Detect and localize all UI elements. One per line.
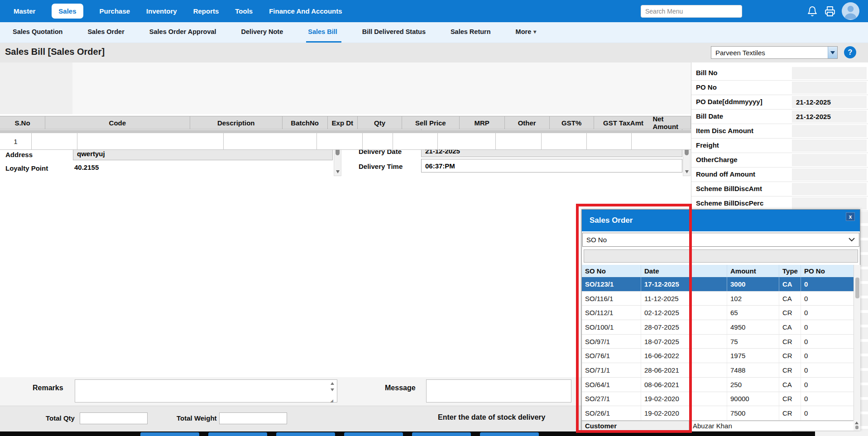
tab-item[interactable]: Sales Return bbox=[449, 22, 495, 43]
scroll-down-icon bbox=[685, 170, 689, 173]
column-header: S.No bbox=[0, 116, 45, 129]
tab-item[interactable]: Sales Order bbox=[86, 22, 128, 43]
menu-item[interactable]: Tools bbox=[235, 7, 253, 15]
so-table-row[interactable]: SO/112/1 02-12-2025 65 CR 0 bbox=[582, 306, 854, 320]
so-table-row[interactable]: SO/116/1 11-12-2025 102 CA 0 bbox=[582, 292, 854, 306]
user-avatar-icon[interactable] bbox=[842, 2, 859, 20]
scroll-thumb bbox=[855, 426, 858, 429]
bell-icon[interactable] bbox=[807, 6, 818, 17]
column-header: Date bbox=[641, 265, 727, 277]
so-search-input[interactable] bbox=[584, 249, 858, 263]
help-button[interactable]: ? bbox=[844, 46, 856, 58]
summary-label: Freight bbox=[696, 141, 719, 149]
so-table-row[interactable]: SO/27/1 19-02-2020 90000 CR 0 bbox=[582, 392, 854, 407]
so-table-row[interactable]: SO/123/1 17-12-2025 3000 CA 0 bbox=[582, 277, 854, 292]
expdt-cell[interactable] bbox=[317, 133, 363, 150]
action-button[interactable] bbox=[276, 432, 335, 436]
customer-filter-row: Customer Abuzar Khan bbox=[582, 421, 854, 431]
column-header: Type bbox=[779, 265, 801, 277]
summary-value[interactable] bbox=[792, 154, 867, 166]
total-qty-field[interactable] bbox=[80, 412, 148, 424]
menu-item[interactable]: Inventory bbox=[146, 7, 177, 15]
modal-scrollbar[interactable] bbox=[854, 265, 860, 431]
column-header: Description bbox=[190, 116, 283, 129]
tab-item[interactable]: Sales Order Approval bbox=[148, 22, 221, 43]
summary-value[interactable] bbox=[792, 197, 867, 210]
menu-item[interactable]: Purchase bbox=[100, 7, 130, 15]
summary-value[interactable]: 21-12-2025 bbox=[792, 110, 867, 123]
action-button[interactable] bbox=[140, 432, 199, 436]
other-cell[interactable] bbox=[496, 133, 542, 150]
tab-item[interactable]: Bill Delivered Status bbox=[360, 22, 430, 43]
summary-label: Bill Date bbox=[696, 112, 723, 120]
gsttaxamt-cell[interactable] bbox=[587, 133, 632, 150]
sales-tabbar: Sales Quotation Sales Order Sales Order … bbox=[0, 22, 868, 43]
summary-value[interactable] bbox=[792, 183, 867, 195]
label-panel bbox=[0, 62, 72, 114]
company-select[interactable]: Parveen Textiles bbox=[711, 46, 838, 59]
search-input[interactable] bbox=[641, 5, 742, 18]
menu-item[interactable]: Reports bbox=[193, 7, 219, 15]
footer-scrollbar[interactable] bbox=[854, 421, 860, 431]
chevron-down-icon bbox=[849, 238, 855, 242]
action-button[interactable] bbox=[480, 432, 539, 436]
summary-value[interactable]: 21-12-2025 bbox=[792, 96, 867, 108]
so-table-row[interactable]: SO/76/1 16-06-2022 1975 CR 0 bbox=[582, 349, 854, 363]
summary-value[interactable] bbox=[792, 81, 867, 94]
summary-value[interactable] bbox=[792, 67, 867, 79]
summary-value[interactable] bbox=[792, 139, 867, 152]
customer-filter-value[interactable]: Abuzar Khan bbox=[689, 421, 854, 431]
description-cell[interactable] bbox=[77, 133, 224, 150]
menu-item[interactable]: Master bbox=[14, 7, 35, 15]
column-header: Qty bbox=[358, 116, 402, 129]
so-filter-select[interactable]: SO No bbox=[582, 233, 859, 247]
code-cell[interactable] bbox=[32, 133, 77, 150]
action-button[interactable] bbox=[344, 432, 403, 436]
summary-row: Round off Amount bbox=[691, 168, 868, 182]
print-icon[interactable] bbox=[825, 6, 835, 17]
summary-label: Scheme BillDiscAmt bbox=[696, 185, 762, 192]
action-button[interactable] bbox=[208, 432, 267, 436]
scroll-corner bbox=[815, 431, 868, 436]
modal-title: Sales Order bbox=[582, 216, 633, 225]
loyalty-point-value: 40.2155 bbox=[74, 163, 99, 171]
mrp-cell[interactable] bbox=[438, 133, 496, 150]
so-table-row[interactable]: SO/71/1 28-06-2021 7488 CR 0 bbox=[582, 363, 854, 378]
remarks-textarea[interactable] bbox=[75, 379, 337, 402]
menu-item[interactable]: Finance And Accounts bbox=[269, 7, 342, 15]
column-header: Exp Dt bbox=[328, 116, 358, 129]
sellprice-cell[interactable] bbox=[393, 133, 438, 150]
tab-item[interactable]: More ▾ bbox=[514, 22, 538, 43]
netamount-cell[interactable] bbox=[632, 133, 691, 150]
so-table-row[interactable]: SO/100/1 28-07-2025 4950 CA 0 bbox=[582, 320, 854, 335]
loyalty-point-label: Loyalty Point bbox=[5, 164, 48, 172]
gst-cell[interactable] bbox=[542, 133, 587, 150]
so-table-row[interactable]: SO/97/1 18-07-2025 75 CR 0 bbox=[582, 335, 854, 349]
so-filter-value: SO No bbox=[583, 236, 849, 244]
summary-row: Scheme BillDiscAmt bbox=[691, 182, 868, 196]
tab-item[interactable]: Delivery Note bbox=[240, 22, 288, 43]
item-table-row[interactable]: 1 bbox=[0, 133, 691, 150]
sno-cell[interactable]: 1 bbox=[0, 133, 32, 150]
qty-cell[interactable] bbox=[363, 133, 393, 150]
summary-value[interactable] bbox=[792, 168, 867, 181]
close-icon[interactable]: x bbox=[846, 212, 855, 221]
total-weight-field[interactable] bbox=[219, 412, 287, 424]
message-textarea[interactable] bbox=[426, 379, 571, 402]
summary-label: PO No bbox=[696, 83, 717, 91]
company-select-value: Parveen Textiles bbox=[711, 49, 828, 57]
sales-order-modal: Sales Order x SO No SO No Date Amount Ty… bbox=[581, 209, 860, 431]
menu-item[interactable]: Sales bbox=[52, 4, 83, 19]
tab-item[interactable]: Sales Bill bbox=[306, 22, 341, 43]
page-title: Sales Bill [Sales Order] bbox=[5, 47, 105, 57]
summary-value[interactable] bbox=[792, 125, 867, 137]
scroll-up-icon bbox=[855, 422, 858, 424]
tab-item[interactable]: Sales Quotation bbox=[11, 22, 67, 43]
action-button[interactable] bbox=[412, 432, 471, 436]
batchno-cell[interactable] bbox=[224, 133, 317, 150]
dropdown-button[interactable] bbox=[828, 47, 837, 58]
scroll-thumb bbox=[855, 278, 859, 298]
so-table-row[interactable]: SO/26/1 19-02-2020 7500 CR 0 bbox=[582, 406, 854, 421]
so-table-row[interactable]: SO/64/1 08-06-2021 250 CA 0 bbox=[582, 378, 854, 392]
delivery-time-field[interactable] bbox=[421, 159, 682, 172]
